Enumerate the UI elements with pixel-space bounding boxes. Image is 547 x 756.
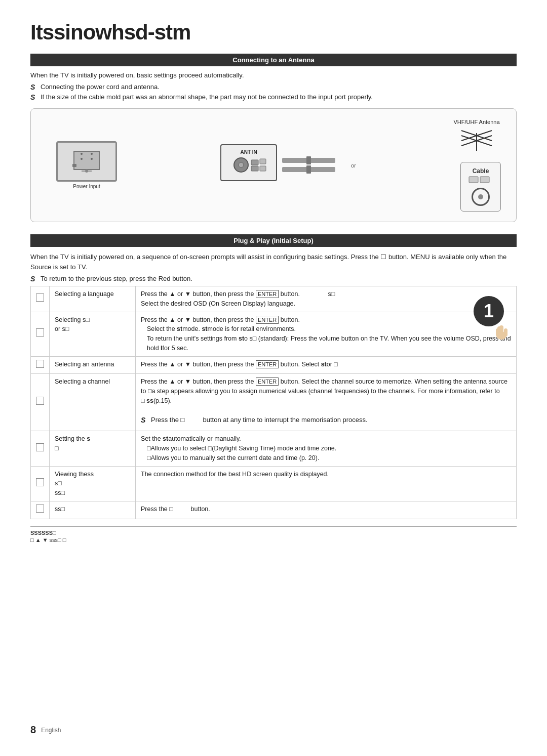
- menu-button-ref: ☐: [380, 253, 388, 261]
- footnote-label: SSSSSS□: [30, 530, 517, 536]
- step-label-antenna: Selecting an antenna: [50, 356, 136, 374]
- svg-rect-18: [306, 156, 311, 164]
- page-number: 8: [30, 724, 36, 736]
- svg-rect-7: [72, 164, 76, 167]
- ant-in-label: ANT IN: [228, 149, 269, 155]
- step-row-clock: Setting the s□ Set the stautomatically o…: [31, 431, 517, 466]
- section-plug-header: Plug & Play (Initial Setup): [30, 234, 517, 247]
- cable-connector-circle: [472, 188, 490, 206]
- svg-rect-13: [260, 166, 266, 171]
- svg-point-3: [81, 153, 83, 155]
- step-icon-store: [31, 312, 50, 356]
- svg-rect-14: [282, 158, 307, 163]
- tv-screen: [56, 141, 117, 182]
- step-desc-antenna: Press the ▲ or ▼ button, then press the …: [136, 356, 517, 374]
- step-row-antenna: Selecting an antenna Press the ▲ or ▼ bu…: [31, 356, 517, 374]
- steps-table: Selecting a language Press the ▲ or ▼ bu…: [30, 286, 517, 519]
- checkbox-hd: [36, 478, 44, 486]
- page-title: Itssinowhsd-stm: [30, 20, 517, 45]
- step-row-hd: Viewing thesss□ss□ The connection method…: [31, 466, 517, 501]
- step-desc-hd: The connection method for the best HD sc…: [136, 466, 517, 501]
- power-input-label: Power Input: [73, 184, 100, 189]
- section-antenna: Connecting to an Antenna When the TV is …: [30, 54, 517, 222]
- section-plug-play: Plug & Play (Initial Setup) When the TV …: [30, 234, 517, 543]
- antenna-symbol: [459, 128, 494, 157]
- s-marker-channel: S: [141, 415, 148, 426]
- svg-point-9: [239, 162, 244, 167]
- vhf-group: VHF/UHF Antenna: [453, 119, 499, 157]
- page-footer: 8 English: [30, 724, 61, 736]
- s-marker-return: S: [30, 275, 37, 283]
- svg-rect-30: [504, 328, 507, 337]
- right-diagram: VHF/UHF Antenna Cable: [452, 119, 501, 212]
- step-row-store: Selecting s□or s□ Press the ▲ or ▼ butto…: [31, 312, 517, 356]
- step-desc-store: Press the ▲ or ▼ button, then press the …: [136, 312, 517, 356]
- cable-label: Cable: [473, 167, 489, 175]
- svg-rect-16: [282, 167, 307, 172]
- step-desc-ss: Press the □ button.: [136, 501, 517, 519]
- svg-rect-26: [480, 177, 489, 183]
- svg-rect-10: [251, 160, 258, 165]
- step-label-store: Selecting s□or s□: [50, 312, 136, 356]
- step-icon-language: [31, 286, 50, 312]
- svg-rect-19: [306, 165, 311, 174]
- step-icon-hd: [31, 466, 50, 501]
- svg-rect-12: [260, 159, 266, 164]
- page-language: English: [41, 727, 61, 734]
- svg-point-5: [81, 158, 83, 160]
- vhf-label: VHF/UHF Antenna: [453, 119, 499, 125]
- step-label-channel: Selecting a channel: [50, 374, 136, 431]
- step-row-language: Selecting a language Press the ▲ or ▼ bu…: [31, 286, 517, 312]
- footnote-text: □ ▲ ▼ sss□ □: [30, 537, 517, 543]
- number-badge: 1: [471, 291, 506, 331]
- step-label-language: Selecting a language: [50, 286, 136, 312]
- s-marker-2: S: [30, 93, 37, 101]
- step-label-clock: Setting the s□: [50, 431, 136, 466]
- checkbox-clock: [36, 443, 44, 451]
- checkbox-store: [36, 328, 44, 337]
- step-row-channel: Selecting a channel Press the ▲ or ▼ but…: [31, 374, 517, 431]
- antenna-diagram: Power Input ANT IN: [30, 108, 517, 222]
- s-marker-1: S: [30, 83, 37, 91]
- svg-rect-25: [469, 177, 478, 183]
- step-icon-channel: [31, 374, 50, 431]
- plug-intro: When the TV is initially powered on, a s…: [30, 252, 517, 272]
- footnote: SSSSSS□ □ ▲ ▼ sss□ □: [30, 526, 517, 543]
- steps-container: Selecting a language Press the ▲ or ▼ bu…: [30, 286, 517, 519]
- step-icon-ss: [31, 501, 50, 519]
- ant-in-box: ANT IN: [220, 144, 277, 181]
- checkbox-antenna: [36, 360, 44, 368]
- svg-rect-15: [310, 158, 335, 163]
- antenna-bullet-1-text: Connecting the power cord and antenna.: [41, 83, 160, 91]
- connector-area: ANT IN: [127, 144, 452, 186]
- svg-rect-11: [251, 166, 258, 171]
- step-desc-clock: Set the stautomatically or manually. □Al…: [136, 431, 517, 466]
- checkbox-language: [36, 293, 44, 302]
- svg-rect-17: [310, 167, 335, 172]
- section-antenna-header: Connecting to an Antenna: [30, 54, 517, 66]
- step-label-ss: ss□: [50, 501, 136, 519]
- step-row-ss: ss□ Press the □ button.: [31, 501, 517, 519]
- svg-point-4: [91, 153, 93, 155]
- checkbox-ss: [36, 505, 44, 513]
- or-divider: or: [351, 162, 356, 169]
- svg-rect-0: [74, 151, 99, 170]
- tv-illustration: Power Input: [46, 141, 127, 189]
- cable-box: Cable: [460, 162, 501, 212]
- return-note-text: To return to the previous step, press th…: [41, 275, 192, 282]
- antenna-bullet-2: S If the size of the cable mold part was…: [30, 93, 517, 101]
- antenna-bullet-1: S Connecting the power cord and antenna.: [30, 83, 517, 91]
- step-label-hd: Viewing thesss□ss□: [50, 466, 136, 501]
- svg-rect-31: [497, 326, 501, 334]
- step-icon-clock: [31, 431, 50, 466]
- svg-point-6: [91, 158, 93, 160]
- step-desc-channel: Press the ▲ or ▼ button, then press the …: [136, 374, 517, 431]
- step-icon-antenna: [31, 356, 50, 374]
- antenna-intro: When the TV is initially powered on, bas…: [30, 71, 517, 79]
- return-note: S To return to the previous step, press …: [30, 275, 517, 283]
- channel-s-note-text: Press the □ button at any time to interr…: [151, 415, 368, 425]
- antenna-bullet-2-text: If the size of the cable mold part was a…: [41, 93, 373, 101]
- step-desc-language: Press the ▲ or ▼ button, then press the …: [136, 286, 517, 312]
- checkbox-channel: [36, 397, 44, 405]
- channel-s-note: S Press the □ button at any time to inte…: [141, 415, 511, 426]
